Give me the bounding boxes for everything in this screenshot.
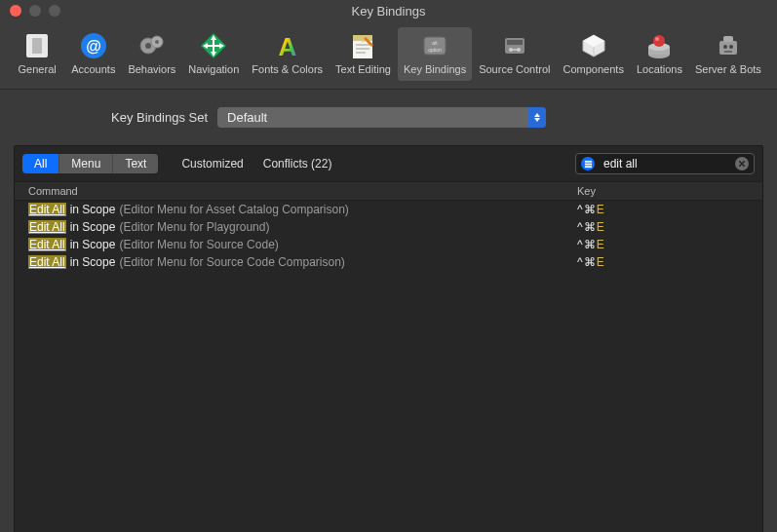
- svg-point-5: [145, 43, 151, 49]
- svg-point-7: [155, 40, 159, 44]
- window-title: Key Bindings: [352, 4, 426, 19]
- svg-point-35: [653, 35, 665, 47]
- filter-customized[interactable]: Customized: [181, 157, 243, 171]
- search-match-highlight: Edit All: [28, 255, 66, 269]
- search-match-highlight: Edit All: [28, 238, 66, 251]
- svg-text:@: @: [86, 38, 101, 55]
- command-context: (Editor Menu for Source Code Comparison): [119, 255, 344, 269]
- search-scope-icon[interactable]: [581, 157, 595, 171]
- svg-rect-42: [584, 160, 591, 162]
- svg-rect-15: [353, 35, 372, 41]
- toolbar-item-behaviors[interactable]: Behaviors: [122, 27, 181, 81]
- toolbar-item-text-editing[interactable]: Text Editing: [330, 27, 397, 81]
- svg-text:A: A: [278, 32, 296, 60]
- segment-all[interactable]: All: [22, 154, 59, 173]
- svg-point-40: [729, 45, 733, 49]
- filter-conflicts[interactable]: Conflicts (22): [263, 157, 332, 171]
- locations-icon: [644, 31, 674, 60]
- segment-menu[interactable]: Menu: [59, 154, 113, 173]
- behaviors-icon: [137, 31, 167, 60]
- bindings-panel: All Menu Text Customized Conflicts (22) …: [14, 145, 763, 532]
- svg-point-36: [655, 37, 659, 41]
- key-cell[interactable]: ^⌘E: [577, 238, 762, 251]
- navigation-icon: [199, 31, 228, 60]
- key-bindings-set-label: Key Bindings Set: [111, 110, 208, 125]
- components-icon: [579, 31, 608, 60]
- text-editing-icon: [348, 31, 377, 60]
- svg-text:option: option: [428, 47, 442, 53]
- toolbar-item-fonts-colors[interactable]: A Fonts & Colors: [246, 27, 329, 81]
- segment-text[interactable]: Text: [113, 154, 158, 173]
- toolbar-item-navigation[interactable]: Navigation: [182, 27, 245, 81]
- command-cell: Edit All in Scope (Editor Menu for Playg…: [28, 220, 577, 234]
- toolbar-item-general[interactable]: General: [10, 27, 64, 81]
- scope-segmented-control: All Menu Text: [22, 154, 158, 173]
- svg-rect-44: [584, 166, 591, 168]
- search-input[interactable]: [575, 153, 755, 174]
- minimize-window-button[interactable]: [29, 5, 41, 17]
- table-row[interactable]: Edit All in Scope (Editor Menu for Sourc…: [15, 236, 762, 253]
- search-field-wrap: [575, 153, 755, 174]
- source-control-icon: [500, 31, 529, 60]
- svg-rect-1: [32, 38, 42, 54]
- column-header-key[interactable]: Key: [577, 185, 762, 197]
- command-cell: Edit All in Scope (Editor Menu for Sourc…: [28, 238, 577, 251]
- key-bindings-set-select[interactable]: Default: [217, 107, 546, 128]
- table-row[interactable]: Edit All in Scope (Editor Menu for Playg…: [15, 218, 762, 236]
- select-value: Default: [227, 110, 267, 125]
- key-cell[interactable]: ^⌘E: [577, 255, 762, 269]
- filter-links: Customized Conflicts (22): [181, 157, 331, 171]
- command-cell: Edit All in Scope (Editor Menu for Sourc…: [28, 255, 577, 269]
- toolbar-item-key-bindings[interactable]: altoption Key Bindings: [398, 27, 472, 81]
- command-cell: Edit All in Scope (Editor Menu for Asset…: [28, 203, 577, 216]
- command-context: (Editor Menu for Asset Catalog Compariso…: [119, 203, 348, 216]
- bindings-rows: Edit All in Scope (Editor Menu for Asset…: [15, 201, 762, 532]
- toolbar-item-locations[interactable]: Locations: [631, 27, 688, 81]
- svg-rect-25: [507, 40, 523, 45]
- preferences-toolbar: General @ Accounts Behaviors Navigation …: [0, 21, 777, 90]
- svg-rect-43: [584, 163, 591, 165]
- svg-rect-41: [724, 51, 732, 53]
- titlebar: Key Bindings: [0, 0, 777, 21]
- column-header-command[interactable]: Command: [15, 185, 577, 197]
- content: Key Bindings Set Default All Menu Text C…: [0, 90, 777, 532]
- svg-point-39: [723, 45, 727, 49]
- toolbar-item-accounts[interactable]: @ Accounts: [65, 27, 121, 81]
- toolbar-item-components[interactable]: Components: [558, 27, 630, 81]
- zoom-window-button[interactable]: [49, 5, 60, 17]
- filter-bar: All Menu Text Customized Conflicts (22): [15, 146, 762, 182]
- command-context: (Editor Menu for Playground): [119, 220, 269, 234]
- key-cell[interactable]: ^⌘E: [577, 220, 762, 234]
- select-arrows-icon: [528, 107, 546, 128]
- svg-rect-38: [723, 36, 733, 42]
- key-cell[interactable]: ^⌘E: [577, 203, 762, 216]
- search-match-highlight: Edit All: [28, 220, 66, 234]
- toolbar-item-server-bots[interactable]: Server & Bots: [689, 27, 767, 81]
- svg-text:alt: alt: [432, 40, 438, 46]
- key-bindings-set-row: Key Bindings Set Default: [14, 107, 763, 128]
- table-header: Command Key: [15, 182, 762, 201]
- traffic-lights: [10, 5, 60, 17]
- fonts-colors-icon: A: [273, 31, 302, 60]
- key-bindings-icon: altoption: [420, 31, 449, 60]
- server-bots-icon: [714, 31, 743, 60]
- table-row[interactable]: Edit All in Scope (Editor Menu for Sourc…: [15, 253, 762, 271]
- general-icon: [22, 31, 52, 60]
- close-window-button[interactable]: [10, 5, 21, 17]
- accounts-icon: @: [79, 31, 108, 60]
- clear-search-icon[interactable]: [735, 157, 749, 171]
- search-match-highlight: Edit All: [28, 203, 66, 216]
- table-row[interactable]: Edit All in Scope (Editor Menu for Asset…: [15, 201, 762, 218]
- command-context: (Editor Menu for Source Code): [119, 238, 278, 251]
- toolbar-item-source-control[interactable]: Source Control: [473, 27, 556, 81]
